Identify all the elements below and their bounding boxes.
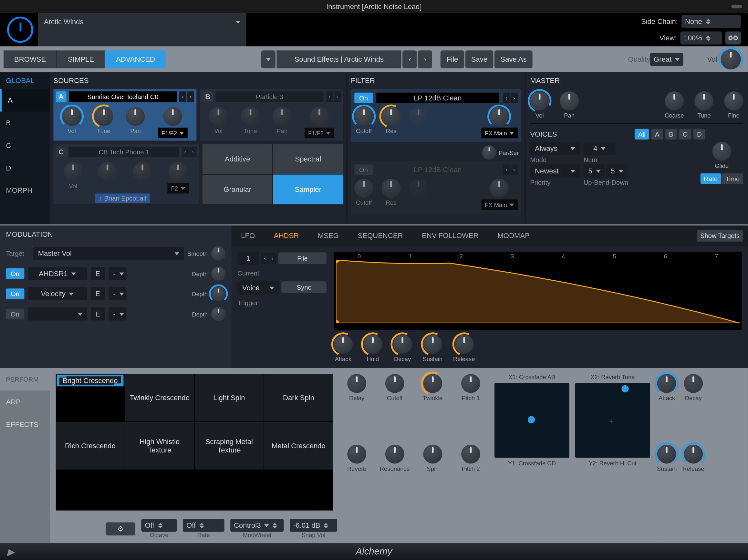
perform-cell-8[interactable]: Metal Crescendo (264, 422, 333, 470)
master-coarse-knob[interactable] (665, 91, 684, 111)
filter1-cutoff-knob[interactable] (354, 107, 373, 126)
preset-path[interactable]: Sound Effects | Arctic Winds (277, 50, 402, 68)
source-a-pan-knob[interactable] (126, 107, 145, 126)
glide-time-button[interactable]: Time (722, 173, 743, 184)
perform-settings-button[interactable]: ⚙ (106, 522, 135, 535)
modtab-envfollower[interactable]: ENV FOLLOWER (413, 226, 488, 246)
mod-target-select[interactable]: Master Vol (33, 247, 184, 260)
perform-tab-effects[interactable]: EFFECTS (0, 413, 50, 436)
sidenav-item-morph[interactable]: MORPH (0, 179, 50, 202)
source-a-name[interactable]: Sunrise Over Iceland C0 (69, 91, 177, 102)
perform-cell-4[interactable]: Dark Spin (264, 374, 333, 421)
source-a-extra-knob[interactable] (163, 107, 183, 126)
source-b-tune-knob[interactable] (241, 107, 260, 126)
preset-next-button[interactable]: › (418, 50, 433, 68)
env-file-button[interactable]: File (278, 252, 327, 264)
source-c[interactable]: C CB Tech Phone 1 ‹› Vol F2 ♪ Brian Epco… (53, 144, 198, 205)
side-chain-select[interactable]: None (681, 15, 741, 28)
perf-resonance-knob[interactable] (385, 445, 404, 464)
mod-row2-on[interactable]: On (6, 288, 24, 299)
master-fine-knob[interactable] (724, 91, 743, 111)
save-as-button[interactable]: Save As (494, 50, 533, 68)
perform-cell-7[interactable]: Scraping Metal Texture (195, 422, 263, 470)
mod-row2-source[interactable]: Velocity (28, 287, 87, 300)
source-a-nav[interactable]: ‹› (179, 91, 194, 102)
perform-cell-2[interactable]: Twinkly Crescendo (125, 374, 194, 421)
modtab-mseg[interactable]: MSEG (308, 226, 349, 246)
perform-cell-3[interactable]: Light Spin (195, 374, 263, 421)
perf-reverb-knob[interactable] (347, 445, 366, 464)
mod-row1-depth-knob[interactable] (211, 266, 226, 281)
mod-row2-depth-knob[interactable] (211, 287, 226, 301)
voices-mode-select[interactable]: Always (530, 142, 580, 155)
tab-simple[interactable]: SIMPLE (56, 50, 104, 68)
master-vol-knob[interactable] (530, 91, 549, 111)
env-hold-knob[interactable] (363, 335, 382, 354)
mod-row1-on[interactable]: On (6, 269, 24, 279)
perform-header[interactable]: PERFORM (0, 368, 50, 391)
env-sustain-knob[interactable] (423, 335, 442, 354)
glide-rate-button[interactable]: Rate (700, 173, 721, 184)
voices-num-select[interactable]: 4 (584, 142, 615, 155)
tab-browse[interactable]: BROWSE (4, 50, 56, 68)
voices-all-button[interactable]: All (635, 129, 649, 140)
perf-pitch1-knob[interactable] (461, 374, 480, 393)
source-b[interactable]: B Particle 3 ‹› Vol Tune Pan F1/F2 (200, 89, 343, 141)
mod-row1-source[interactable]: AHDSR1 (28, 267, 87, 280)
env-attack-knob[interactable] (334, 335, 353, 354)
synth-mode-granular[interactable]: Granular (203, 174, 273, 204)
filter1-res-knob[interactable] (382, 107, 401, 126)
voices-d-button[interactable]: D (694, 129, 705, 140)
snap-vol-select[interactable]: -6.01 dB (290, 519, 337, 532)
filter1-type[interactable]: LP 12dB Clean (376, 93, 499, 103)
filter1-on-button[interactable]: On (354, 93, 372, 103)
env-trigger-select[interactable]: Voice (237, 281, 279, 294)
filter1-route-knob[interactable] (490, 107, 509, 126)
dragged-file-tag[interactable]: ♪ Brian Epcot.aif (95, 193, 150, 203)
source-b-name[interactable]: Particle 3 (215, 91, 324, 102)
xy-pad-2[interactable]: + (575, 383, 650, 458)
mod-row3-source[interactable] (28, 307, 87, 320)
perform-cell-1[interactable]: Bright Crescendo (56, 374, 125, 387)
perf-release-knob[interactable] (684, 445, 703, 464)
sidenav-item-a[interactable]: A (0, 89, 50, 112)
source-c-vol-knob[interactable] (64, 162, 83, 181)
source-c-filter-select[interactable]: F2 (168, 183, 189, 193)
save-button[interactable]: Save (465, 50, 493, 68)
modtab-ahdsr[interactable]: AHDSR (264, 226, 308, 246)
modwheel-select[interactable]: Control3 (230, 519, 284, 532)
perf-twinkle-knob[interactable] (423, 374, 442, 393)
play-icon[interactable]: ▶ (7, 546, 14, 557)
source-c-nav[interactable]: ‹› (182, 147, 196, 157)
source-b-nav[interactable]: ‹› (326, 91, 341, 102)
filter2-res-knob[interactable] (382, 179, 401, 197)
env-current-select[interactable]: 1 (237, 252, 259, 264)
source-a-tune-knob[interactable] (94, 107, 113, 126)
perform-cell-6[interactable]: High Whistle Texture (125, 422, 194, 470)
show-targets-button[interactable]: Show Targets (697, 230, 743, 241)
sidenav-item-c[interactable]: C (0, 134, 50, 157)
mod-smooth-knob[interactable] (211, 247, 226, 261)
octave-select[interactable]: Off (141, 519, 177, 532)
view-zoom-select[interactable]: 100% (680, 31, 722, 44)
perform-cell-5[interactable]: Rich Crescendo (56, 422, 125, 470)
voices-b-button[interactable]: B (665, 129, 677, 140)
preset-menu-button[interactable] (261, 50, 276, 68)
master-pan-knob[interactable] (560, 91, 579, 111)
source-b-filter-select[interactable]: F1/F2 (305, 127, 334, 138)
master-tune-knob[interactable] (694, 91, 714, 111)
filter2-cutoff-knob[interactable] (354, 179, 373, 197)
source-a-vol-knob[interactable] (62, 107, 81, 126)
source-a-filter-select[interactable]: F1/F2 (158, 127, 188, 138)
perf-pitch2-knob[interactable] (461, 445, 480, 464)
file-button[interactable]: File (441, 50, 464, 68)
synth-mode-spectral[interactable]: Spectral (273, 144, 343, 174)
mod-row3-on[interactable]: On (6, 309, 24, 320)
modtab-lfo[interactable]: LFO (232, 226, 264, 246)
power-button[interactable] (7, 17, 33, 43)
master-vol-knob[interactable] (721, 49, 741, 69)
perf-decay-knob[interactable] (684, 374, 703, 393)
filter1-route-select[interactable]: FX Main (481, 127, 518, 138)
voices-a-button[interactable]: A (651, 129, 663, 140)
env-release-knob[interactable] (454, 335, 473, 354)
